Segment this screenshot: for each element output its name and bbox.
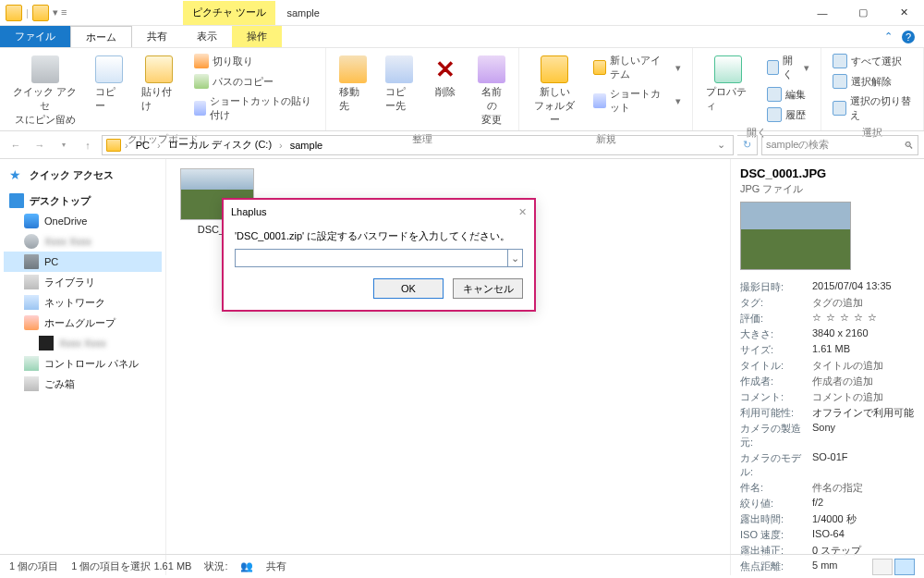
cut-button[interactable]: 切り取り [190,52,319,70]
open-button[interactable]: 開く▾ [763,52,813,83]
breadcrumb-pc[interactable]: PC [132,140,153,151]
details-table: 撮影日時:2015/07/04 13:35タグ:タグの追加評価:☆ ☆ ☆ ☆ … [740,279,915,575]
copy-path-button[interactable]: パスのコピー [190,72,319,91]
nav-back-button[interactable]: ← [6,135,26,155]
password-input[interactable] [235,249,508,267]
tab-home[interactable]: ホーム [70,26,132,47]
select-none-button[interactable]: 選択解除 [829,72,916,91]
help-icon[interactable]: ? [902,31,915,43]
copy-button[interactable]: コピー [90,52,128,117]
ribbon-tabs: ファイル ホーム 共有 表示 操作 ⌃ ? [0,26,924,48]
tab-manage[interactable]: 操作 [232,26,282,47]
input-dropdown-icon[interactable]: ⌄ [508,249,523,267]
dialog-close-button[interactable]: ✕ [518,206,527,218]
dialog-title: Lhaplus [231,206,267,217]
nav-desktop[interactable]: デスクトップ [4,191,162,211]
title-bar: | ▾ ≡ ピクチャ ツール sample — ▢ ✕ [0,0,924,26]
paste-shortcut-button[interactable]: ショートカットの貼り付け [190,92,319,124]
chevron-down-icon: ▾ [804,62,809,74]
properties-icon [714,55,742,83]
edit-icon [767,87,782,102]
details-pane: DSC_0001.JPG JPG ファイル 撮影日時:2015/07/04 13… [730,159,924,575]
easy-access-button[interactable]: ショートカット▾ [590,85,685,117]
tab-share[interactable]: 共有 [132,26,182,47]
password-dialog: Lhaplus ✕ 'DSC_0001.zip' に設定するパスワードを入力して… [222,198,536,312]
nav-control-panel[interactable]: コントロール パネル [4,353,162,374]
easy-access-icon [593,93,606,108]
delete-icon: ✕ [432,55,459,83]
moveto-button[interactable]: 移動先 [334,52,372,117]
paste-button[interactable]: 貼り付け [136,52,182,117]
view-details-button[interactable] [872,559,893,575]
close-button[interactable]: ✕ [883,0,924,26]
cancel-button[interactable]: キャンセル [453,278,523,299]
new-folder-button[interactable]: 新しい フォルダー [527,52,582,130]
minimize-button[interactable]: — [802,0,843,26]
status-item-count: 1 個の項目 [9,560,58,573]
qat-divider: | [26,7,29,18]
chevron-down-icon: ▾ [675,62,681,74]
nav-up-button[interactable]: ↑ [78,135,98,155]
chevron-right-icon[interactable]: › [123,140,130,151]
breadcrumb-folder[interactable]: sample [286,140,326,151]
details-preview [740,202,851,270]
delete-button[interactable]: ✕削除 [426,52,465,103]
view-thumbnails-button[interactable] [894,559,915,575]
rename-button[interactable]: 名前の 変更 [472,52,511,130]
nav-pc[interactable]: PC [4,252,162,272]
control-panel-icon [24,356,39,371]
qat-folder-icon[interactable] [32,5,49,21]
history-button[interactable]: 履歴 [763,105,813,124]
homegroup-icon [24,315,39,330]
contextual-tab-label: ピクチャ ツール [183,1,275,25]
nav-recycle-bin[interactable]: ごみ箱 [4,374,162,394]
nav-homegroup[interactable]: ホームグループ [4,313,162,333]
user-icon [24,234,39,249]
rename-icon [478,55,505,83]
navigation-pane: ★クイック アクセス デスクトップ OneDrive Xxxx Xxxx PC … [0,159,166,575]
star-icon: ★ [9,167,24,182]
new-item-button[interactable]: 新しいアイテム▾ [590,52,685,83]
properties-button[interactable]: プロパティ [700,52,756,117]
pin-quickaccess-button[interactable]: クイック アクセ スにピン留め [7,52,82,130]
chevron-down-icon: ▾ [675,95,681,107]
nav-forward-button[interactable]: → [30,135,50,155]
nav-homegroup-user[interactable]: Xxxx Xxxx [4,333,162,353]
app-icon [6,5,22,21]
ribbon-collapse-icon[interactable]: ⌃ [884,31,893,43]
qat-dropdown-icon[interactable]: ▾ ≡ [53,6,67,18]
tab-view[interactable]: 表示 [182,26,232,47]
edit-button[interactable]: 編集 [763,85,813,104]
onedrive-icon [24,214,39,228]
copyto-button[interactable]: コピー先 [380,52,419,117]
paste-icon [145,55,173,83]
copyto-icon [385,55,413,83]
maximize-button[interactable]: ▢ [843,0,883,26]
ribbon: クイック アクセ スにピン留め コピー 貼り付け 切り取り パスのコピー ショー… [0,48,924,131]
address-dropdown-icon[interactable]: ⌄ [717,139,729,151]
refresh-button[interactable]: ↻ [737,135,758,155]
tab-file[interactable]: ファイル [0,26,70,47]
search-placeholder: sampleの検索 [766,138,829,152]
nav-onedrive[interactable]: OneDrive [4,211,162,231]
search-input[interactable]: sampleの検索 🔍︎ [761,135,918,155]
breadcrumb[interactable]: › PC › ローカル ディスク (C:) › sample ⌄ [102,135,734,155]
ok-button[interactable]: OK [373,278,444,299]
chevron-right-icon[interactable]: › [155,140,163,151]
nav-libraries[interactable]: ライブラリ [4,272,162,292]
invert-selection-button[interactable]: 選択の切り替え [829,92,916,124]
nav-network[interactable]: ネットワーク [4,292,162,313]
new-item-icon [593,60,606,75]
select-all-button[interactable]: すべて選択 [829,52,916,70]
search-icon: 🔍︎ [904,140,914,151]
status-selection: 1 個の項目を選択 1.61 MB [71,560,191,573]
status-state-label: 状況: [204,560,227,573]
nav-history-button[interactable]: ▾ [54,135,74,155]
copy-icon [95,55,123,83]
nav-user[interactable]: Xxxx Xxxx [4,231,162,252]
chevron-right-icon[interactable]: › [277,140,285,151]
path-icon [194,74,209,89]
nav-quick-access[interactable]: ★クイック アクセス [4,165,162,185]
dialog-message: 'DSC_0001.zip' に設定するパスワードを入力してください。 [235,229,523,243]
breadcrumb-drive[interactable]: ローカル ディスク (C:) [164,138,275,152]
